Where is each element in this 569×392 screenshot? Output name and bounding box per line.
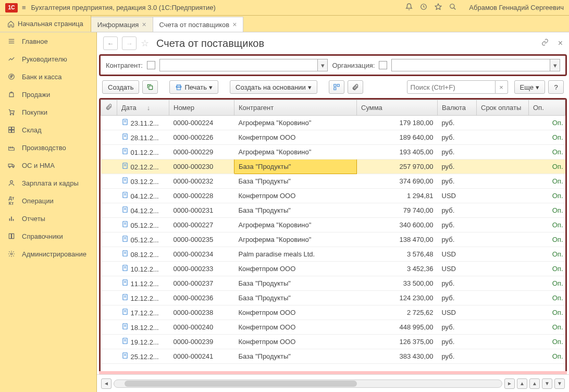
cell-currency: руб. [438, 320, 477, 335]
sidebar-item[interactable]: Покупки [0, 103, 96, 121]
cell-number: 0000-000235 [169, 232, 234, 247]
table-row[interactable]: 03.12.2... 0000-000232 База "Продукты" 3… [101, 174, 565, 189]
sidebar-item[interactable]: Склад [0, 121, 96, 139]
cell-date: 17.12.2... [117, 305, 169, 320]
sidebar-item[interactable]: Зарплата и кадры [0, 174, 96, 192]
cell-date: 28.11.2... [117, 130, 169, 145]
attach-button[interactable] [348, 80, 363, 94]
sidebar-item[interactable]: Отчеты [0, 210, 96, 227]
document-icon [121, 118, 129, 127]
table-row[interactable]: 10.12.2... 0000-000233 Конфетпром ООО 3 … [101, 262, 565, 276]
sidebar-item-label: Руководителю [22, 55, 67, 63]
col-due[interactable]: Срок оплаты [477, 100, 529, 116]
horizontal-scrollbar[interactable] [114, 379, 502, 388]
col-contragent[interactable]: Контрагент [234, 100, 357, 116]
link-icon[interactable] [541, 39, 549, 48]
sidebar-item-label: Производство [22, 144, 66, 152]
col-status[interactable]: Оп. [529, 100, 565, 116]
table-row[interactable]: 01.12.2... 0000-000229 Агроферма "Корови… [101, 145, 565, 160]
col-date[interactable]: Дата↓ [117, 100, 169, 116]
table-row[interactable]: 08.12.2... 0000-000234 Palm paradise mea… [101, 247, 565, 262]
org-filter-input[interactable] [391, 59, 550, 71]
table-row[interactable]: 19.12.2... 0000-000239 Конфетпром ООО 12… [101, 335, 565, 349]
close-icon[interactable]: × [232, 20, 237, 29]
scroll-bottom-icon[interactable]: ▼ [554, 378, 565, 389]
copy-button[interactable] [142, 80, 158, 94]
close-page-icon[interactable]: × [558, 39, 563, 48]
cell-date: 12.12.2... [117, 291, 169, 305]
main-menu-icon[interactable]: ≡ [22, 4, 26, 11]
table-row[interactable]: 17.12.2... 0000-000238 Конфетпром ООО 2 … [101, 305, 565, 320]
sidebar-item[interactable]: ОС и НМА [0, 156, 96, 174]
cell-due [477, 247, 529, 262]
sidebar-item[interactable]: Продажи [0, 85, 96, 103]
more-button[interactable]: Еще ▾ [514, 80, 545, 94]
table-row[interactable]: 25.12.2... 0000-000241 База "Продукты" 3… [101, 349, 565, 364]
sidebar-item[interactable]: ДтКтОперации [0, 192, 96, 210]
cell-attach [101, 116, 117, 130]
scroll-right-icon[interactable]: ► [504, 378, 515, 389]
table-row[interactable]: 18.12.2... 0000-000240 Конфетпром ООО 44… [101, 320, 565, 335]
scroll-up-icon[interactable]: ▲ [529, 378, 540, 389]
col-number[interactable]: Номер [169, 100, 234, 116]
print-button[interactable]: Печать ▾ [169, 80, 218, 94]
sidebar-item[interactable]: Администрирование [0, 245, 96, 263]
col-currency[interactable]: Валюта [438, 100, 477, 116]
table-row[interactable]: 12.12.2... 0000-000236 База "Продукты" 1… [101, 291, 565, 305]
table-row[interactable]: 23.11.2... 0000-000224 Агроферма "Корови… [101, 116, 565, 130]
cell-attach [101, 174, 117, 189]
search-clear-icon[interactable]: × [496, 80, 508, 94]
scroll-down-icon[interactable]: ▼ [542, 378, 552, 389]
svg-rect-12 [9, 130, 11, 133]
dropdown-icon[interactable]: ▾ [317, 59, 328, 71]
cell-currency: руб. [438, 291, 477, 305]
org-filter-checkbox[interactable] [379, 61, 387, 69]
cell-attach [101, 247, 117, 262]
history-icon[interactable] [420, 3, 427, 12]
sidebar-item[interactable]: Справочники [0, 227, 96, 245]
nav-back-button[interactable]: ← [103, 36, 118, 50]
register-button[interactable] [329, 80, 344, 94]
user-name[interactable]: Абрамов Геннадий Сергеевич [469, 4, 564, 11]
tab-home[interactable]: Начальная страница [0, 16, 91, 32]
search-icon[interactable] [449, 3, 456, 12]
nav-forward-button[interactable]: → [122, 36, 137, 50]
favorite-star-icon[interactable]: ☆ [141, 38, 149, 49]
col-attach[interactable] [101, 100, 117, 116]
help-button[interactable]: ? [548, 80, 564, 94]
scrollbar-footer: ◄ ► ▲ ▲ ▼ ▼ [97, 374, 569, 392]
table-row[interactable]: 02.12.2... 0000-000230 База "Продукты" 2… [101, 160, 565, 174]
table-row[interactable]: 04.12.2... 0000-000228 Конфетпром ООО 1 … [101, 189, 565, 203]
close-icon[interactable]: × [142, 20, 146, 29]
contragent-filter-input[interactable] [159, 59, 318, 71]
create-based-button[interactable]: Создать на основании ▾ [230, 80, 317, 94]
table-row[interactable]: 28.11.2... 0000-000226 Конфетпром ООО 18… [101, 130, 565, 145]
sidebar-item[interactable]: Производство [0, 139, 96, 156]
scroll-top-icon[interactable]: ▲ [517, 378, 527, 389]
contragent-filter-checkbox[interactable] [147, 61, 155, 69]
ruble-icon [7, 72, 16, 81]
dropdown-icon[interactable]: ▾ [550, 59, 560, 71]
star-icon[interactable] [435, 3, 442, 12]
cell-sum: 3 452,36 [357, 262, 438, 276]
bell-icon[interactable] [405, 3, 413, 12]
tab-info[interactable]: Информация × [91, 17, 153, 32]
cell-due [477, 232, 529, 247]
sidebar-item[interactable]: Главное [0, 32, 96, 50]
tab-invoices[interactable]: Счета от поставщиков × [153, 17, 244, 32]
create-button[interactable]: Создать [102, 80, 139, 94]
col-sum[interactable]: Сумма [357, 100, 438, 116]
cell-contragent: База "Продукты" [234, 160, 357, 174]
cell-number: 0000-000228 [169, 189, 234, 203]
table-row[interactable]: 11.12.2... 0000-000237 База "Продукты" 3… [101, 276, 565, 291]
sidebar-item[interactable]: Руководителю [0, 50, 96, 68]
search-input[interactable] [407, 80, 496, 94]
svg-point-8 [10, 114, 11, 115]
sidebar-item[interactable]: Банк и касса [0, 68, 96, 85]
table-row[interactable]: 04.12.2... 0000-000231 База "Продукты" 7… [101, 203, 565, 218]
table-row[interactable]: 05.12.2... 0000-000235 Агроферма "Корови… [101, 232, 565, 247]
table-row[interactable]: 05.12.2... 0000-000227 Агроферма "Корови… [101, 218, 565, 232]
document-icon [121, 323, 129, 332]
scroll-left-icon[interactable]: ◄ [101, 378, 112, 389]
cell-due [477, 189, 529, 203]
